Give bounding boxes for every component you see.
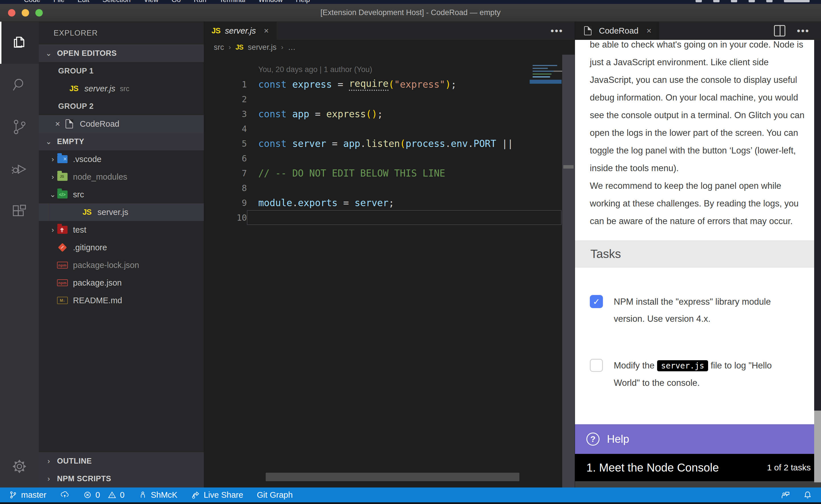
open-editor-serverjs[interactable]: JS server.js src — [39, 80, 204, 97]
code-line-7[interactable]: 7// -- DO NOT EDIT BELOW THIS LINE — [204, 166, 575, 181]
menu-status-icon — [766, 0, 773, 2]
notifications-bell-icon[interactable] — [803, 490, 812, 500]
live-share-button[interactable]: Live Share — [191, 490, 243, 500]
close-tab-icon[interactable]: × — [264, 26, 269, 36]
line-number: 4 — [204, 124, 247, 134]
code-line-4[interactable]: 4 — [204, 121, 575, 136]
code-line-9[interactable]: 9module.exports = server; — [204, 195, 575, 210]
menu-item-edit[interactable]: Edit — [77, 0, 89, 4]
activity-bar — [0, 22, 39, 487]
git-blame-annotation[interactable]: You, 20 days ago | 1 author (You) — [204, 62, 575, 77]
tree-item-node-modules[interactable]: ›JSnode_modules — [39, 168, 204, 186]
menu-item-selection[interactable]: Selection — [102, 0, 130, 4]
sync-changes-button[interactable] — [60, 490, 69, 499]
chevron-down-icon: ⌄ — [44, 137, 53, 146]
tree-item--vscode[interactable]: ›✕.vscode — [39, 150, 204, 168]
more-actions-icon[interactable]: ••• — [550, 25, 563, 36]
tab-coderoad[interactable]: CodeRoad × — [575, 22, 659, 40]
npm-scripts-section-header[interactable]: › NPM SCRIPTS — [39, 470, 204, 487]
more-actions-icon[interactable]: ••• — [797, 25, 810, 36]
overview-ruler-cursor-mark — [563, 165, 573, 169]
extensions-icon[interactable] — [0, 190, 39, 232]
tree-item-package-json[interactable]: npmpackage.json — [39, 274, 204, 292]
traffic-lights — [0, 9, 43, 17]
lesson-footer[interactable]: 1. Meet the Node Console 1 of 2 tasks — [575, 454, 821, 481]
chevron-icon: › — [48, 226, 57, 234]
menu-item-run[interactable]: Run — [194, 0, 207, 4]
line-number: 8 — [204, 183, 247, 193]
chevron-right-icon: › — [281, 43, 283, 51]
menu-item-window[interactable]: Window — [258, 0, 283, 4]
chevron-right-icon: › — [229, 43, 231, 51]
tree-item--gitignore[interactable]: .gitignore — [39, 239, 204, 256]
menu-item-go[interactable]: Go — [171, 0, 181, 4]
folder-section-header[interactable]: ⌄ EMPTY — [39, 133, 204, 150]
webview-scrollbar-track[interactable] — [814, 40, 821, 411]
file-tree: ›✕.vscode›JSnode_modules⌄</>srcJSserver.… — [39, 150, 204, 309]
vertical-scrollbar[interactable] — [562, 55, 575, 487]
code-line-1[interactable]: 1const express = require("express"); — [204, 77, 575, 92]
git-branch-status[interactable]: master — [9, 490, 46, 500]
editor-group-2-label: GROUP 2 — [39, 97, 204, 115]
tab-serverjs[interactable]: JS server.js × — [204, 22, 277, 40]
test-folder-icon: ⧪ — [57, 226, 68, 234]
explorer-icon[interactable] — [0, 22, 39, 64]
code-line-3[interactable]: 3const app = express(); — [204, 106, 575, 121]
feedback-icon[interactable] — [781, 490, 790, 500]
problems-status[interactable]: 0 0 — [83, 490, 124, 500]
webview-scrollbar-thumb[interactable] — [814, 411, 821, 482]
status-bar: master 0 0 ShMcK Live Share Git Graph — [0, 487, 821, 502]
menu-item-code[interactable]: Code — [24, 0, 40, 4]
editor-tab-bar: JS server.js × ••• — [204, 22, 575, 40]
tree-item-server-js[interactable]: JSserver.js — [39, 203, 204, 221]
horizontal-scrollbar-thumb[interactable] — [266, 473, 519, 481]
tree-item-package-lock-json[interactable]: npmpackage-lock.json — [39, 256, 204, 274]
menu-status-icon — [749, 0, 755, 2]
tree-item-readme-md[interactable]: M↓README.md — [39, 292, 204, 309]
close-window-button[interactable] — [8, 9, 15, 17]
source-control-icon[interactable] — [0, 106, 39, 148]
settings-gear-icon[interactable] — [0, 445, 39, 487]
code-line-8[interactable]: 8 — [204, 181, 575, 195]
breadcrumb[interactable]: src › JS server.js › … — [204, 40, 575, 55]
javascript-file-icon: JS — [212, 26, 221, 35]
npm-icon: npm — [57, 279, 68, 286]
open-editors-header[interactable]: ⌄ OPEN EDITORS — [39, 44, 204, 62]
minimap[interactable] — [530, 63, 561, 84]
git-graph-button[interactable]: Git Graph — [257, 490, 293, 500]
tree-item-test[interactable]: ›⧪test — [39, 221, 204, 239]
tree-item-src[interactable]: ⌄</>src — [39, 186, 204, 203]
code-line-6[interactable]: 6 — [204, 151, 575, 166]
webview-bottom-strip — [575, 481, 821, 487]
open-editor-coderoad[interactable]: × CodeRoad — [39, 115, 204, 133]
run-and-debug-icon[interactable] — [0, 148, 39, 190]
code-line-10[interactable]: 10 — [204, 210, 575, 225]
line-number: 7 — [204, 168, 247, 178]
file-icon — [582, 26, 593, 36]
code-editor[interactable]: You, 20 days ago | 1 author (You) 1const… — [204, 55, 575, 487]
minimize-window-button[interactable] — [22, 9, 29, 17]
close-tab-icon[interactable]: × — [647, 26, 652, 36]
live-share-user-status[interactable]: ShMcK — [138, 490, 177, 500]
live-share-icon — [191, 490, 200, 499]
search-icon[interactable] — [0, 64, 39, 106]
outline-section-header[interactable]: › OUTLINE — [39, 452, 204, 470]
menu-item-file[interactable]: File — [53, 0, 64, 4]
code-line-5[interactable]: 5const server = app.listen(process.env.P… — [204, 136, 575, 151]
code-line-2[interactable]: 2 — [204, 92, 575, 106]
line-number: 5 — [204, 139, 247, 149]
help-section-header[interactable]: ? Help — [575, 424, 821, 454]
split-editor-icon[interactable] — [774, 25, 785, 36]
lesson-title: 1. Meet the Node Console — [586, 461, 719, 474]
chevron-down-icon: ⌄ — [44, 49, 53, 58]
tutorial-paragraph: be able to check what's going on in your… — [590, 40, 813, 230]
checkbox-unchecked[interactable] — [590, 359, 603, 372]
menu-item-view[interactable]: View — [144, 0, 158, 4]
menu-clock — [784, 0, 810, 2]
zoom-window-button[interactable] — [35, 9, 43, 17]
file-icon — [64, 119, 75, 129]
menu-item-help[interactable]: Help — [296, 0, 310, 4]
close-editor-icon[interactable]: × — [51, 119, 64, 129]
checkbox-checked[interactable]: ✓ — [590, 295, 603, 308]
menu-item-terminal[interactable]: Terminal — [220, 0, 246, 4]
